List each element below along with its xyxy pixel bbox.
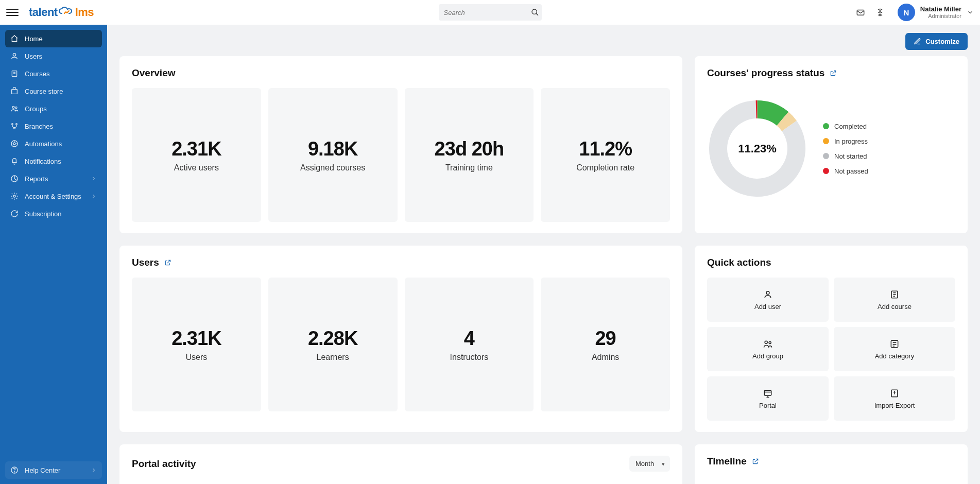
chevron-down-icon <box>967 9 974 16</box>
sidebar-item-branches[interactable]: Branches <box>5 117 102 135</box>
stat-value: 4 <box>464 327 474 350</box>
sidebar-item-users[interactable]: Users <box>5 47 102 65</box>
store-icon <box>10 87 19 95</box>
svg-line-1 <box>536 13 538 15</box>
subscription-icon <box>10 210 19 218</box>
legend-dot <box>823 168 829 174</box>
legend-label: Completed <box>834 123 867 130</box>
stat-value: 2.31K <box>171 138 221 160</box>
user-menu[interactable]: N Natalie Miller Administrator <box>895 4 974 21</box>
sidebar-item-notifications[interactable]: Notifications <box>5 152 102 170</box>
stat-tile[interactable]: 2.31KUsers <box>132 278 261 411</box>
legend-label: Not started <box>834 152 867 160</box>
quick-action-add-course[interactable]: Add course <box>834 278 955 322</box>
sidebar-item-groups[interactable]: Groups <box>5 100 102 117</box>
branches-icon <box>10 122 19 130</box>
quick-action-icon <box>763 388 773 399</box>
stat-value: 11.2% <box>579 138 632 160</box>
progress-title: Courses' progress status <box>707 67 824 79</box>
logo[interactable]: talent lms <box>29 6 94 19</box>
timeline-card: Timeline <box>695 444 968 484</box>
external-link-icon[interactable] <box>830 70 837 77</box>
legend-dot <box>823 138 829 144</box>
user-icon <box>10 52 19 60</box>
quick-action-label: Add course <box>878 303 912 310</box>
quick-actions-title: Quick actions <box>707 257 955 268</box>
help-icon <box>10 466 19 474</box>
quick-action-icon <box>763 289 773 300</box>
sidebar-item-label: Branches <box>25 123 53 130</box>
quick-action-add-user[interactable]: Add user <box>707 278 829 322</box>
search-input[interactable] <box>444 9 531 16</box>
user-name: Natalie Miller <box>920 6 961 13</box>
quick-action-icon <box>763 339 773 349</box>
sidebar-item-courses[interactable]: Courses <box>5 65 102 82</box>
quick-action-add-group[interactable]: Add group <box>707 327 829 371</box>
sidebar-item-account-and-settings[interactable]: Account & Settings <box>5 187 102 205</box>
svg-point-19 <box>766 291 769 294</box>
book-icon <box>10 70 19 78</box>
bell-icon <box>10 157 19 165</box>
svg-rect-30 <box>764 390 771 395</box>
svg-point-25 <box>769 341 771 343</box>
menu-toggle[interactable] <box>6 6 19 19</box>
sidebar-item-home[interactable]: Home <box>5 30 102 47</box>
svg-point-8 <box>12 106 14 108</box>
quick-action-import-export[interactable]: Import-Export <box>834 376 955 421</box>
quick-action-portal[interactable]: Portal <box>707 376 829 421</box>
sidebar-item-label: Users <box>25 53 42 60</box>
svg-point-11 <box>16 124 18 125</box>
stat-tile[interactable]: 11.2%Completion rate <box>541 88 670 222</box>
period-select[interactable]: Month <box>629 456 670 472</box>
chevron-right-icon <box>91 467 97 473</box>
sidebar-item-course-store[interactable]: Course store <box>5 82 102 100</box>
svg-point-24 <box>765 341 767 343</box>
settings-icon <box>10 192 19 200</box>
stat-value: 2.28K <box>308 327 357 350</box>
sidebar-item-label: Groups <box>25 105 47 113</box>
apps-icon[interactable] <box>875 7 885 18</box>
svg-point-10 <box>12 124 13 125</box>
sidebar-item-label: Account & Settings <box>25 193 81 200</box>
svg-rect-2 <box>857 10 864 15</box>
stat-tile[interactable]: 29Admins <box>541 278 670 411</box>
legend-label: Not passed <box>834 167 868 175</box>
portal-activity-card: Portal activity Month ▾ <box>119 444 682 484</box>
stat-tile[interactable]: 2.28KLearners <box>268 278 398 411</box>
sidebar-item-reports[interactable]: Reports <box>5 170 102 187</box>
stat-value: 29 <box>595 327 615 350</box>
legend-item: Not started <box>823 152 868 160</box>
legend-dot <box>823 153 829 159</box>
stat-value: 9.18K <box>308 138 357 160</box>
sidebar-item-label: Help Center <box>25 466 60 474</box>
external-link-icon[interactable] <box>752 458 759 465</box>
stat-tile[interactable]: 2.31KActive users <box>132 88 261 222</box>
svg-point-18 <box>14 472 14 472</box>
search-icon[interactable] <box>531 8 539 16</box>
stat-tile[interactable]: 23d 20hTraining time <box>405 88 534 222</box>
search-box[interactable] <box>439 4 542 21</box>
svg-point-3 <box>13 54 15 56</box>
user-role: Administrator <box>920 13 961 19</box>
progress-card: Courses' progress status 11.23% Complete… <box>695 56 968 233</box>
legend-dot <box>823 123 829 129</box>
sidebar-item-label: Courses <box>25 70 49 78</box>
svg-point-0 <box>532 9 537 14</box>
external-link-icon[interactable] <box>164 259 171 266</box>
sidebar-item-label: Notifications <box>25 158 61 165</box>
quick-actions-card: Quick actions Add userAdd courseAdd grou… <box>695 246 968 432</box>
messages-icon[interactable] <box>855 7 866 18</box>
sidebar-item-label: Subscription <box>25 210 62 218</box>
overview-title: Overview <box>132 67 670 79</box>
customize-button[interactable]: Customize <box>905 33 968 50</box>
sidebar-item-label: Automations <box>25 140 62 148</box>
quick-action-add-category[interactable]: Add category <box>834 327 955 371</box>
portal-title: Portal activity <box>132 458 196 470</box>
sidebar-item-automations[interactable]: Automations <box>5 135 102 152</box>
sidebar-item-subscription[interactable]: Subscription <box>5 205 102 222</box>
stat-label: Completion rate <box>576 163 634 172</box>
stat-tile[interactable]: 9.18KAssigned courses <box>268 88 398 222</box>
stat-tile[interactable]: 4Instructors <box>405 278 534 411</box>
stat-label: Training time <box>445 163 493 172</box>
sidebar-help[interactable]: Help Center <box>5 461 102 479</box>
